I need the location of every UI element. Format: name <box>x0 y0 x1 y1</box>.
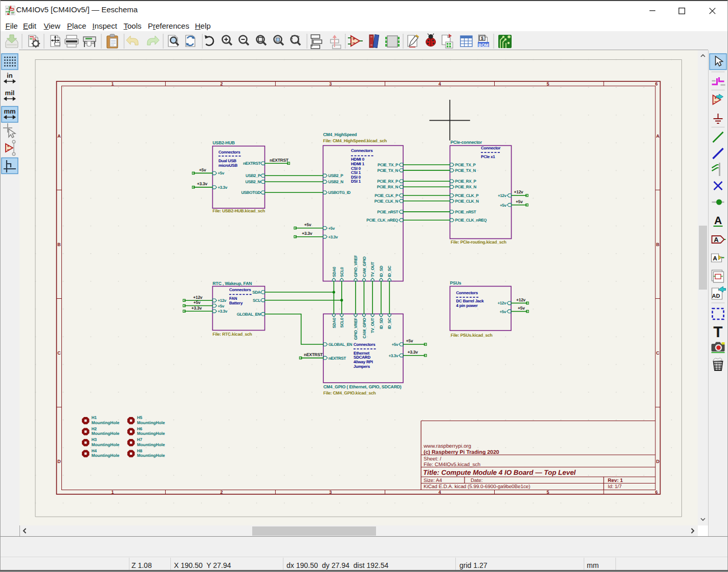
svg-text:PCIE_RX_N: PCIE_RX_N <box>377 185 399 189</box>
svg-text:40way RPI: 40way RPI <box>354 360 373 364</box>
svg-text:2: 2 <box>220 81 223 86</box>
svg-text:C: C <box>57 350 61 356</box>
svg-text:H3: H3 <box>92 437 97 442</box>
svg-text:H8: H8 <box>137 449 143 453</box>
svg-text:CM4_GPIO ( Ethernet, GPIO, SDC: CM4_GPIO ( Ethernet, GPIO, SDCARD) <box>323 384 402 389</box>
svg-text:Connectors: Connectors <box>351 148 373 153</box>
svg-text:D: D <box>57 459 61 464</box>
svg-text:B: B <box>57 242 61 247</box>
svg-text:Title: Compute Module 4 IO Boa: Title: Compute Module 4 IO Board — Top L… <box>423 469 576 476</box>
svg-text:PCIE_RX_P: PCIE_RX_P <box>377 179 399 184</box>
svg-text:+5v: +5v <box>499 310 506 314</box>
svg-text:MountingHole: MountingHole <box>92 453 120 458</box>
svg-text:PCIE_CLK_nREQ: PCIE_CLK_nREQ <box>455 218 487 223</box>
svg-text:File: CM4_GPIO.kicad_sch: File: CM4_GPIO.kicad_sch <box>323 390 376 395</box>
svg-text:www.raspberrypi.org: www.raspberrypi.org <box>423 444 471 449</box>
svg-text:+5v: +5v <box>328 226 335 231</box>
svg-text:PCIE_CLK_nREQ: PCIE_CLK_nREQ <box>366 218 398 223</box>
svg-text:TV_OUT: TV_OUT <box>370 262 375 277</box>
svg-text:SDA: SDA <box>252 290 260 295</box>
svg-text:MountingHole: MountingHole <box>137 421 165 425</box>
svg-text:File: USB2-HUB.kicad_sch: File: USB2-HUB.kicad_sch <box>213 208 265 213</box>
svg-text:GPIO_VREF: GPIO_VREF <box>354 318 358 340</box>
svg-text:File: PSUs.kicad_sch: File: PSUs.kicad_sch <box>451 333 493 338</box>
svg-text:PCIE_TX_P: PCIE_TX_P <box>455 163 476 167</box>
svg-text:AD: AD <box>712 293 720 299</box>
svg-text:mm: mm <box>4 107 15 115</box>
svg-text:+12v: +12v <box>516 297 526 302</box>
svg-text:File: CM4_HighSpeed.kicad_sch: File: CM4_HighSpeed.kicad_sch <box>323 138 387 143</box>
svg-text:1: 1 <box>111 81 114 86</box>
svg-text:4 pin power: 4 pin power <box>456 303 478 308</box>
svg-text:+12v: +12v <box>498 193 507 198</box>
svg-text:USB2_N: USB2_N <box>328 180 344 184</box>
svg-text:in: in <box>7 72 13 79</box>
svg-text:PCIE_TX_N: PCIE_TX_N <box>455 168 476 173</box>
svg-text:USBOTGD: USBOTGD <box>241 190 260 195</box>
svg-text:USB2-HUB: USB2-HUB <box>213 140 235 145</box>
svg-text:ID_SD: ID_SD <box>379 318 384 329</box>
svg-text:4: 4 <box>438 81 441 86</box>
svg-text:CAM_GPIO: CAM_GPIO <box>362 318 367 338</box>
svg-text:Connectors: Connectors <box>218 150 240 155</box>
svg-text:+5v: +5v <box>518 305 525 311</box>
svg-text:+12v: +12v <box>193 295 203 300</box>
svg-text:nEXTRST: nEXTRST <box>304 352 323 357</box>
svg-text:+12v: +12v <box>497 301 506 305</box>
svg-text:RTC , Wakeup, FAN: RTC , Wakeup, FAN <box>213 281 252 286</box>
svg-text:+3.3v: +3.3v <box>408 349 418 355</box>
svg-text:+3.3v: +3.3v <box>191 305 202 311</box>
svg-text:PCIe x1: PCIe x1 <box>481 155 495 159</box>
svg-text:CAM_GPIO: CAM_GPIO <box>362 257 367 277</box>
svg-text:USB2_P: USB2_P <box>246 173 261 178</box>
svg-text:Connectors: Connectors <box>229 288 251 292</box>
svg-text:GPIO_VREF: GPIO_VREF <box>354 255 358 277</box>
svg-text:+3.3v: +3.3v <box>328 235 338 239</box>
svg-text:H5: H5 <box>137 415 143 420</box>
svg-text:Sheet: /: Sheet: / <box>424 456 442 462</box>
svg-text:Connectors: Connectors <box>354 342 376 347</box>
svg-text:+5v: +5v <box>500 203 506 208</box>
svg-text:6: 6 <box>655 490 657 495</box>
svg-text:USB2_P: USB2_P <box>328 173 344 178</box>
svg-text:Connector: Connector <box>481 146 500 150</box>
svg-text:+3.3v: +3.3v <box>302 231 313 236</box>
svg-text:A: A <box>714 236 719 244</box>
svg-text:PCIE_CLK_P: PCIE_CLK_P <box>374 193 399 198</box>
svg-text:3: 3 <box>329 81 332 86</box>
svg-text:USBOTG_ID: USBOTG_ID <box>328 190 351 195</box>
svg-text:MountingHole: MountingHole <box>137 443 165 447</box>
svg-text:H7: H7 <box>137 437 143 442</box>
svg-text:FAN: FAN <box>229 296 237 301</box>
svg-text:File: CM4IOv5.kicad_sch: File: CM4IOv5.kicad_sch <box>424 462 480 468</box>
svg-text:MountingHole: MountingHole <box>92 421 120 425</box>
svg-text:+5v: +5v <box>199 167 206 172</box>
svg-text:USB2_N: USB2_N <box>246 180 261 184</box>
svg-text:A: A <box>713 255 717 262</box>
svg-text:+12v: +12v <box>514 189 524 194</box>
svg-text:SDA0: SDA0 <box>332 267 337 277</box>
svg-text:4: 4 <box>438 490 441 495</box>
svg-text:KiCad E.D.A. kicad (5.99.0-69: KiCad E.D.A. kicad (5.99.0-6900-ga9be0Be… <box>424 484 531 490</box>
svg-text:A: A <box>656 134 659 139</box>
svg-text:3: 3 <box>329 490 332 495</box>
svg-text:SCL: SCL <box>253 298 260 303</box>
svg-text:PCIE_RX_N: PCIE_RX_N <box>455 185 477 189</box>
svg-text:A: A <box>714 215 722 227</box>
svg-text:(c) Raspberry Pi Trading 2020: (c) Raspberry Pi Trading 2020 <box>424 449 499 455</box>
svg-text:SCL0: SCL0 <box>340 318 344 328</box>
svg-text:GLOBAL_EN: GLOBAL_EN <box>237 312 261 317</box>
svg-text:mil: mil <box>5 89 15 97</box>
svg-text:H2: H2 <box>92 427 97 431</box>
svg-text:PCIE_TX_P: PCIE_TX_P <box>378 163 399 167</box>
svg-text:Jumpers: Jumpers <box>354 364 370 369</box>
svg-text:+5v: +5v <box>304 222 312 227</box>
svg-text:PCIe-connector: PCIe-connector <box>451 140 482 145</box>
svg-text:MountingHole: MountingHole <box>137 453 165 458</box>
svg-text:MountingHole: MountingHole <box>92 431 120 436</box>
svg-text:5: 5 <box>546 490 549 495</box>
svg-text:6: 6 <box>655 81 657 86</box>
svg-text:+3.3v: +3.3v <box>197 181 208 186</box>
svg-text:PCIE_CLK_P: PCIE_CLK_P <box>455 193 479 198</box>
svg-text:5: 5 <box>546 81 549 86</box>
